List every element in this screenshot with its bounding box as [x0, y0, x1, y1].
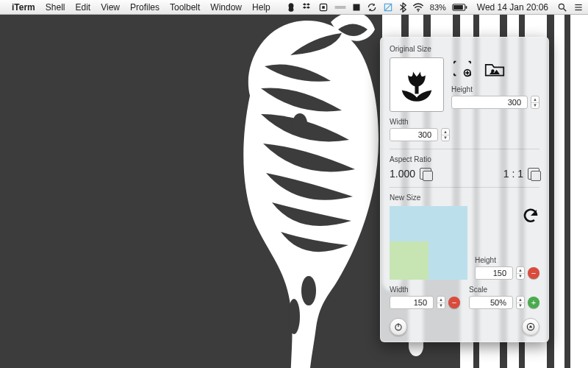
svg-rect-26 — [570, 15, 588, 368]
menuextra-bluetooth-icon[interactable] — [399, 2, 406, 13]
orig-width-label: Width — [390, 118, 450, 126]
svg-rect-30 — [415, 85, 418, 94]
menuextra-dropbox-icon[interactable] — [302, 2, 312, 13]
orig-width-stepper[interactable]: ▲▼ — [441, 128, 450, 141]
orig-height-stepper[interactable]: ▲▼ — [531, 96, 539, 109]
menuextra-battery-icon[interactable] — [452, 3, 468, 12]
menu-view[interactable]: View — [101, 2, 120, 13]
svg-rect-3 — [353, 4, 359, 10]
aspect-ratio-label: Aspect Ratio — [390, 155, 539, 163]
svg-point-29 — [288, 299, 300, 334]
new-size-label: New Size — [390, 194, 539, 202]
size-preview — [390, 206, 467, 280]
scale-label: Scale — [469, 286, 539, 294]
svg-rect-8 — [453, 5, 463, 10]
tulip-icon — [397, 64, 437, 105]
svg-rect-25 — [554, 15, 564, 368]
new-height-input[interactable]: 150 — [475, 266, 513, 280]
menu-window[interactable]: Window — [210, 2, 242, 13]
menuextra-clock[interactable]: Wed 14 Jan 20:06 — [477, 2, 548, 13]
orig-width-input[interactable]: 300 — [390, 128, 438, 141]
svg-rect-2 — [334, 6, 345, 9]
orig-height-label: Height — [451, 85, 539, 93]
menu-help[interactable]: Help — [252, 2, 270, 13]
new-width-input[interactable]: 150 — [390, 296, 434, 309]
new-height-minus-button[interactable]: − — [528, 267, 539, 279]
copy-aspect-decimal-button[interactable] — [420, 168, 431, 180]
menu-edit[interactable]: Edit — [75, 2, 90, 13]
menu-toolbelt[interactable]: Toolbelt — [170, 2, 200, 13]
svg-point-27 — [293, 113, 307, 134]
capture-selection-button[interactable] — [451, 59, 473, 78]
menuextra-disabled-icon[interactable] — [383, 2, 393, 13]
preview-new-rect — [390, 241, 429, 280]
open-folder-button[interactable] — [484, 59, 506, 78]
svg-line-5 — [384, 4, 391, 10]
divider — [390, 187, 539, 188]
svg-point-6 — [417, 10, 419, 11]
original-size-label: Original Size — [390, 45, 539, 53]
scale-input[interactable]: 50% — [469, 296, 513, 309]
aspect-ratio-text: 1 : 1 — [503, 168, 523, 180]
menuextra-notification-icon[interactable] — [573, 2, 584, 13]
menuextra-app1-icon[interactable] — [318, 2, 329, 13]
divider — [390, 149, 539, 149]
resize-panel: Original Size — [380, 37, 549, 342]
menuextra-evernote-icon[interactable] — [286, 2, 296, 13]
menuextra-app2-icon[interactable] — [334, 4, 346, 11]
menuextra-wifi-icon[interactable] — [412, 3, 424, 12]
svg-point-28 — [301, 276, 316, 305]
app-name[interactable]: iTerm — [12, 2, 35, 13]
copy-aspect-ratio-button[interactable] — [528, 168, 539, 180]
scale-stepper[interactable]: ▲▼ — [516, 296, 525, 309]
menuextra-battery-pct[interactable]: 83% — [430, 3, 446, 12]
new-height-label: Height — [475, 256, 539, 264]
aspect-decimal: 1.000 — [390, 168, 415, 180]
run-button[interactable] — [522, 318, 539, 336]
menuextra-spotlight-icon[interactable] — [557, 2, 567, 13]
new-width-stepper[interactable]: ▲▼ — [437, 296, 445, 309]
undo-button[interactable] — [522, 206, 539, 224]
new-width-minus-button[interactable]: − — [448, 297, 460, 308]
menu-extras: 83% Wed 14 Jan 20:06 — [286, 2, 584, 13]
menu-shell[interactable]: Shell — [46, 2, 65, 13]
menu-profiles[interactable]: Profiles — [130, 2, 159, 13]
power-button[interactable] — [390, 318, 407, 336]
original-thumbnail[interactable] — [390, 57, 444, 112]
mac-menu-bar: iTerm Shell Edit View Profiles Toolbelt … — [0, 0, 588, 15]
desktop-wallpaper: Original Size — [0, 15, 588, 368]
menuextra-app3-icon[interactable] — [352, 3, 361, 12]
svg-point-10 — [559, 4, 564, 9]
scale-plus-button[interactable]: + — [528, 297, 539, 308]
svg-line-11 — [564, 8, 567, 11]
orig-height-input[interactable]: 300 — [451, 96, 528, 109]
svg-rect-1 — [322, 6, 325, 9]
new-height-stepper[interactable]: ▲▼ — [516, 266, 525, 280]
svg-rect-9 — [465, 6, 467, 8]
menuextra-sync-icon[interactable] — [367, 2, 377, 13]
new-width-label: Width — [390, 286, 460, 294]
